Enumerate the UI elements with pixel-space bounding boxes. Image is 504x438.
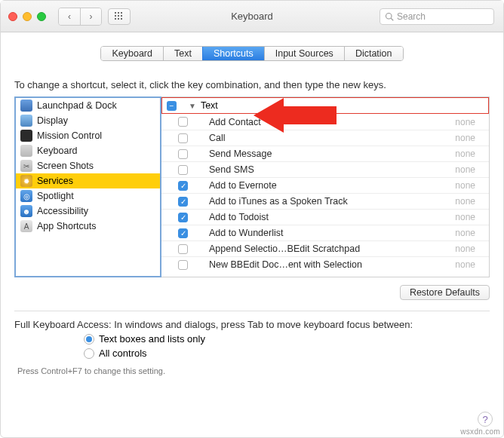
service-checkbox[interactable] [178, 133, 188, 143]
service-row[interactable]: ✓Add to iTunes as a Spoken Tracknone [161, 193, 489, 209]
service-checkbox[interactable]: ✓ [178, 228, 188, 238]
service-shortcut[interactable]: none [455, 117, 484, 127]
service-checkbox[interactable] [178, 149, 188, 159]
launchpad-icon [20, 100, 32, 112]
group-row-text[interactable]: − ▼ Text [161, 97, 489, 114]
service-row[interactable]: Add Contactnone [161, 114, 489, 130]
mission-control-icon [20, 130, 32, 142]
category-screen-shots[interactable]: ✂Screen Shots [16, 158, 160, 173]
category-list[interactable]: Launchpad & Dock Display Mission Control… [14, 96, 161, 277]
titlebar: ‹ › Keyboard Search [1, 1, 503, 32]
tab-dictation[interactable]: Dictation [344, 47, 403, 60]
group-checkbox[interactable]: − [167, 101, 177, 111]
radio-button[interactable] [84, 334, 94, 345]
service-shortcut[interactable]: none [455, 212, 484, 222]
service-row[interactable]: Callnone [161, 130, 489, 145]
service-checkbox[interactable]: ✓ [178, 197, 188, 207]
screenshot-icon: ✂ [20, 160, 32, 172]
fka-option-text-boxes[interactable]: Text boxes and lists only [84, 333, 503, 345]
service-shortcut[interactable]: none [455, 180, 484, 191]
tab-text[interactable]: Text [163, 47, 202, 60]
tab-input-sources[interactable]: Input Sources [264, 47, 344, 60]
service-shortcut[interactable]: none [455, 228, 484, 238]
category-keyboard[interactable]: Keyboard [16, 143, 160, 158]
disclosure-triangle-icon[interactable]: ▼ [189, 102, 196, 110]
shortcut-list[interactable]: − ▼ Text Add ContactnoneCallnoneSend Mes… [161, 96, 490, 277]
service-label: Add to iTunes as a Spoken Track [209, 196, 447, 207]
app-shortcuts-icon: A [20, 220, 32, 232]
category-label: Display [37, 115, 68, 126]
service-label: Add to Wunderlist [209, 228, 447, 238]
service-row[interactable]: ✓Add to Evernotenone [161, 177, 489, 193]
service-row[interactable]: New BBEdit Doc…ent with Selectionnone [161, 256, 489, 272]
keyboard-icon [20, 145, 32, 157]
category-label: Services [37, 176, 73, 186]
tab-bar: Keyboard Text Shortcuts Input Sources Di… [100, 46, 403, 61]
fka-option-all-controls[interactable]: All controls [84, 348, 503, 359]
fka-hint: Press Control+F7 to change this setting. [17, 366, 490, 375]
category-label: Launchpad & Dock [37, 100, 117, 111]
service-checkbox[interactable] [178, 260, 188, 270]
tab-keyboard[interactable]: Keyboard [101, 47, 163, 60]
category-launchpad[interactable]: Launchpad & Dock [16, 98, 160, 113]
service-shortcut[interactable]: none [455, 259, 484, 270]
radio-label: Text boxes and lists only [99, 333, 205, 345]
service-label: Send Message [209, 149, 447, 159]
service-label: Add Contact [209, 117, 447, 127]
category-mission-control[interactable]: Mission Control [16, 128, 160, 143]
category-services[interactable]: ✹Services [16, 173, 160, 188]
service-row[interactable]: Send SMSnone [161, 161, 489, 177]
svg-point-9 [386, 14, 392, 20]
spotlight-icon: ◎ [20, 190, 32, 202]
search-field[interactable]: Search [380, 8, 494, 25]
category-display[interactable]: Display [16, 113, 160, 128]
divider [14, 311, 490, 311]
group-label: Text [201, 100, 218, 111]
service-label: Call [209, 133, 447, 143]
service-checkbox[interactable] [178, 165, 188, 175]
service-label: Add to Evernote [209, 180, 447, 191]
service-shortcut[interactable]: none [455, 133, 484, 143]
service-checkbox[interactable] [178, 117, 188, 127]
service-shortcut[interactable]: none [455, 196, 484, 207]
watermark: wsxdn.com [460, 427, 500, 436]
svg-line-10 [391, 18, 393, 20]
category-label: Keyboard [37, 145, 78, 156]
category-label: Mission Control [37, 130, 102, 141]
search-icon [385, 12, 394, 21]
radio-label: All controls [99, 348, 147, 359]
service-row[interactable]: Append Selectio…BEdit Scratchpadnone [161, 240, 489, 256]
category-spotlight[interactable]: ◎Spotlight [16, 188, 160, 204]
tab-shortcuts[interactable]: Shortcuts [202, 47, 264, 60]
service-row[interactable]: ✓Add to Todoistnone [161, 209, 489, 225]
service-row[interactable]: ✓Add to Wunderlistnone [161, 225, 489, 240]
restore-defaults-button[interactable]: Restore Defaults [400, 285, 490, 300]
search-placeholder: Search [397, 11, 426, 22]
full-keyboard-access-label: Full Keyboard Access: In windows and dia… [14, 319, 490, 330]
service-shortcut[interactable]: none [455, 164, 484, 175]
service-label: Append Selectio…BEdit Scratchpad [209, 244, 447, 254]
category-label: Screen Shots [37, 161, 94, 171]
instruction-text: To change a shortcut, select it, click t… [14, 79, 490, 90]
service-checkbox[interactable] [178, 244, 188, 254]
service-label: Send SMS [209, 164, 447, 175]
service-shortcut[interactable]: none [455, 149, 484, 159]
category-accessibility[interactable]: ☻Accessibility [16, 204, 160, 219]
service-shortcut[interactable]: none [455, 244, 484, 254]
category-label: Accessibility [37, 206, 88, 216]
services-icon: ✹ [20, 175, 32, 187]
service-label: Add to Todoist [209, 212, 447, 222]
category-label: App Shortcuts [37, 221, 97, 231]
service-checkbox[interactable]: ✓ [178, 181, 188, 191]
service-checkbox[interactable]: ✓ [178, 213, 188, 222]
service-label: New BBEdit Doc…ent with Selection [209, 259, 447, 270]
category-label: Spotlight [37, 191, 74, 201]
service-row[interactable]: Send Messagenone [161, 145, 489, 161]
accessibility-icon: ☻ [20, 205, 32, 217]
help-button[interactable]: ? [478, 412, 493, 427]
display-icon [20, 115, 32, 127]
category-app-shortcuts[interactable]: AApp Shortcuts [16, 219, 160, 234]
radio-button[interactable] [84, 348, 94, 359]
